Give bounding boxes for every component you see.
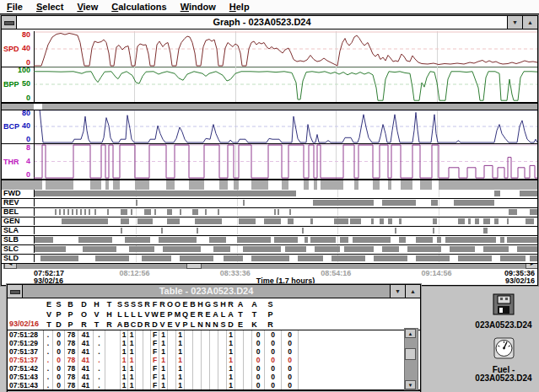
axis-mid-time: 08:54:16 xyxy=(321,269,351,277)
control-menu-icon[interactable] xyxy=(2,16,17,29)
table-row[interactable]: 07:51:28.07841.11F111000 xyxy=(8,330,420,339)
row-cell: . xyxy=(44,356,53,364)
maximize-icon[interactable]: ▲ xyxy=(405,285,420,298)
axis-tick: 0 xyxy=(2,171,30,179)
row-cell xyxy=(244,373,252,381)
column-header-dor: DOR xyxy=(77,299,91,330)
row-cell: 1 xyxy=(159,364,168,373)
row-cell: 41 xyxy=(78,373,94,381)
row-cell xyxy=(235,330,244,339)
graph-titlebar: Graph - 023A0523.D24 ▼ ▲ xyxy=(2,16,537,30)
row-cell: 1 xyxy=(128,364,136,373)
row-cell: 1 xyxy=(176,339,185,347)
digital-row-label: GEN xyxy=(3,217,20,225)
table-row[interactable]: 07:51:43.07841.11F111000 xyxy=(8,381,420,389)
row-cell xyxy=(218,356,227,364)
row-cell: 1 xyxy=(121,373,128,381)
column-header-evt: EVT xyxy=(45,299,53,330)
row-cell xyxy=(202,330,210,339)
row-cell xyxy=(136,356,143,364)
row-cell xyxy=(105,339,121,347)
table-window-title: Table - 023A0523.D24 xyxy=(23,285,390,298)
axis-tick: 8 xyxy=(2,144,30,152)
icon-data-file[interactable]: 023A0523.D24 xyxy=(470,293,537,330)
table-vertical-scrollbar[interactable]: ▲ ▼ xyxy=(404,328,418,390)
menu-item-view[interactable]: View xyxy=(70,2,105,12)
track-label: SPD xyxy=(3,45,19,53)
control-menu-icon[interactable] xyxy=(8,285,23,298)
row-cell xyxy=(136,373,143,381)
table-row[interactable]: 07:51:29.07841.11F111000 xyxy=(8,339,420,347)
row-cell: 0 xyxy=(282,347,299,356)
table-titlebar: Table - 023A0523.D24 ▼ ▲ xyxy=(8,285,420,298)
table-row[interactable]: 07:51:42.07841.11F111000 xyxy=(8,364,420,373)
scroll-down-icon[interactable]: ▼ xyxy=(405,380,416,389)
digital-row-label: SLD xyxy=(3,255,19,262)
column-header-gen: GEN xyxy=(204,299,212,330)
minimize-icon[interactable]: ▼ xyxy=(507,16,522,29)
axis-mid-time: 08:33:36 xyxy=(220,269,251,277)
row-cell xyxy=(244,347,252,356)
row-cell: 0 xyxy=(282,364,299,373)
row-cell xyxy=(210,356,218,364)
column-header-sld: SLD xyxy=(137,299,143,330)
row-cell: 0 xyxy=(282,339,299,347)
row-cell: 1 xyxy=(159,347,168,356)
row-cell: 0 xyxy=(252,330,265,339)
row-cell xyxy=(218,330,227,339)
column-header-hls: HLS xyxy=(219,299,227,330)
menu-item-file[interactable]: File xyxy=(0,2,30,12)
digital-row-fwd: FWD xyxy=(2,190,537,199)
row-time: 07:51:42 xyxy=(8,364,44,373)
column-header-ope: OPE xyxy=(166,299,174,330)
digital-row-bel: BEL xyxy=(2,208,537,217)
row-cell: . xyxy=(94,381,105,389)
icon-label: Fuel - 023A0523.D24 xyxy=(470,366,537,383)
row-cell xyxy=(244,364,252,373)
row-cell xyxy=(105,373,121,381)
row-cell: 1 xyxy=(121,364,128,373)
digital-row-label: FWD xyxy=(3,190,21,197)
row-cell xyxy=(193,347,202,356)
row-cell: 1 xyxy=(227,339,235,347)
fuel-gauge-icon xyxy=(492,337,515,363)
row-cell: 0 xyxy=(53,347,65,356)
row-cell: 1 xyxy=(227,356,235,364)
table-header-date: 93/02/16 xyxy=(9,320,39,328)
column-header-hvt: HVT xyxy=(91,299,102,330)
row-cell xyxy=(235,339,244,347)
row-cell: 78 xyxy=(65,373,78,381)
minimize-icon[interactable]: ▼ xyxy=(390,285,405,298)
menu-item-help[interactable]: Help xyxy=(223,2,256,12)
menu-item-calculations[interactable]: Calculations xyxy=(105,2,173,12)
table-row[interactable]: 07:51:37.07841.11F111000 xyxy=(8,347,420,356)
menu-item-select[interactable]: Select xyxy=(30,2,70,12)
row-cell: 1 xyxy=(128,381,136,389)
row-cell: 0 xyxy=(282,381,299,389)
row-cell: . xyxy=(94,356,105,364)
row-cell: . xyxy=(44,330,53,339)
row-cell: . xyxy=(44,339,53,347)
table-row[interactable]: 07:51:43.07841.11F111000 xyxy=(8,373,420,381)
row-cell xyxy=(136,330,143,339)
row-cell: 1 xyxy=(176,373,185,381)
row-cell xyxy=(235,356,244,364)
menu-item-window[interactable]: Window xyxy=(174,2,223,12)
digital-strips: FWDREVBELGENSLASLBSLCSLD xyxy=(2,190,537,264)
table-row[interactable]: 07:51:37.07841.11F111000 xyxy=(8,356,420,364)
scroll-up-icon[interactable]: ▲ xyxy=(405,329,416,338)
icon-fuel-file[interactable]: Fuel - 023A0523.D24 xyxy=(470,337,537,383)
row-cell xyxy=(202,364,210,373)
row-cell xyxy=(210,347,218,356)
scrollbar-thumb[interactable] xyxy=(405,348,416,360)
row-cell xyxy=(193,330,202,339)
column-header-spd: SPD xyxy=(53,299,64,330)
row-cell: 41 xyxy=(78,381,94,389)
row-cell xyxy=(105,347,121,356)
row-time: 07:51:37 xyxy=(8,347,44,356)
row-cell xyxy=(105,330,121,339)
row-cell: 0 xyxy=(265,381,282,389)
maximize-icon[interactable]: ▲ xyxy=(522,16,537,29)
row-cell: 1 xyxy=(227,364,235,373)
row-cell: 1 xyxy=(128,373,136,381)
